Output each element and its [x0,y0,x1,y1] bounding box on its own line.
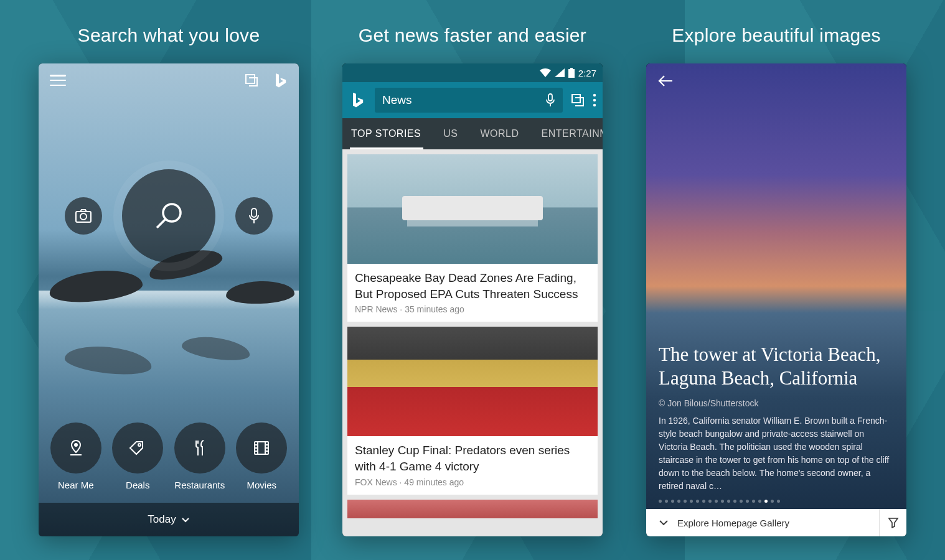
camera-search-button[interactable] [65,197,102,235]
svg-point-21 [593,94,596,96]
bing-logo-icon[interactable] [349,91,367,109]
gallery-credit: © Jon Bilous/Shutterstock [659,398,894,408]
column-title-search: Search what you love [78,25,260,46]
svg-rect-0 [246,75,255,83]
phone-gallery: The tower at Victoria Beach, Laguna Beac… [646,63,906,536]
quick-action-label: Near Me [58,480,94,490]
article-image [347,154,598,264]
gallery-title: The tower at Victoria Beach, Laguna Beac… [659,343,894,391]
article-meta: NPR News · 35 minutes ago [347,304,598,322]
today-bar[interactable]: Today [39,503,299,536]
svg-point-22 [593,99,596,101]
column-title-news: Get news faster and easier [359,25,586,46]
svg-rect-17 [568,69,575,78]
more-menu-icon[interactable] [593,93,596,107]
search-input[interactable]: News [375,88,563,113]
phone-search: Near Me Deals Restaurants Movies Today [39,63,299,536]
news-article[interactable]: Chesapeake Bay Dead Zones Are Fading, Bu… [347,154,598,322]
svg-rect-18 [570,68,573,69]
chevron-down-icon [659,519,669,526]
tab-entertainment[interactable]: ENTERTAINMENT [530,118,603,149]
svg-point-7 [138,444,141,446]
chevron-down-icon [181,516,190,523]
phone-news: 2:27 News TOP STORIES US [342,63,603,536]
status-time: 2:27 [578,68,596,78]
quick-action-movies[interactable]: Movies [236,422,287,490]
signal-icon [555,68,565,77]
explore-gallery-button[interactable]: Explore Homepage Gallery [646,518,879,528]
svg-line-4 [157,219,166,228]
article-image [347,327,598,436]
quick-action-deals[interactable]: Deals [112,422,163,490]
mic-icon[interactable] [545,93,555,107]
bing-logo-icon[interactable] [274,72,288,88]
quick-action-label: Movies [247,480,276,490]
article-meta: FOX News · 49 minutes ago [347,477,598,495]
explore-gallery-label: Explore Homepage Gallery [677,518,789,528]
tab-top-stories[interactable]: TOP STORIES [342,118,432,149]
tab-us[interactable]: US [432,118,469,149]
gallery-description: In 1926, California senator William E. B… [659,414,894,493]
svg-point-3 [163,204,181,222]
gallery-pagination-dots[interactable] [659,500,894,503]
search-value: News [382,93,412,107]
quick-action-label: Deals [126,480,149,490]
back-button[interactable] [657,75,674,87]
filter-icon [888,517,899,528]
quick-action-label: Restaurants [174,480,225,490]
quick-action-restaurants[interactable]: Restaurants [174,422,225,490]
tabs-icon[interactable] [244,73,259,88]
article-title: Chesapeake Bay Dead Zones Are Fading, Bu… [347,264,598,304]
search-button[interactable] [122,169,215,263]
tabs-icon[interactable] [570,93,585,108]
news-article[interactable]: Stanley Cup Final: Predators even series… [347,327,598,494]
hamburger-menu-button[interactable] [50,75,66,86]
column-title-gallery: Explore beautiful images [672,25,881,46]
voice-search-button[interactable] [235,197,273,235]
today-label: Today [148,513,176,526]
svg-point-2 [80,213,87,220]
tab-world[interactable]: WORLD [469,118,530,149]
svg-rect-5 [252,208,256,217]
article-title: Stanley Cup Final: Predators even series… [347,436,598,477]
svg-rect-20 [572,95,580,103]
quick-action-near-me[interactable]: Near Me [50,422,101,490]
filter-button[interactable] [879,509,906,536]
battery-icon [568,68,575,78]
svg-rect-19 [548,94,552,101]
wifi-icon [540,68,551,77]
svg-point-6 [75,444,77,446]
svg-point-23 [593,104,596,106]
news-article[interactable] [347,500,598,518]
